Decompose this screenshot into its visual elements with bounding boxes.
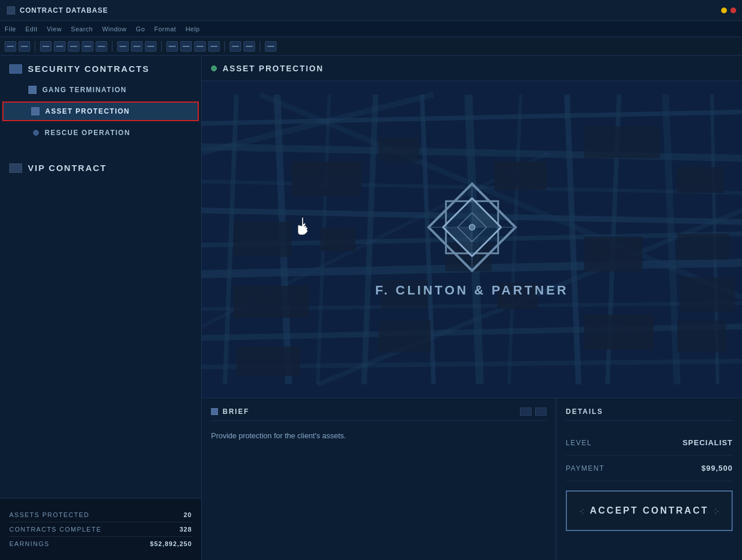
- detail-row-payment: PAYMENT $99,500: [566, 456, 733, 481]
- svg-rect-25: [292, 161, 361, 196]
- vip-contract-label: VIP CONTRACT: [28, 163, 107, 173]
- menu-bar: File Edit View Search Window Go Format H…: [0, 21, 742, 37]
- toolbar-divider-1: [35, 41, 35, 52]
- svg-rect-29: [677, 167, 723, 193]
- menu-view[interactable]: View: [47, 26, 62, 32]
- toolbar-btn-3[interactable]: [40, 41, 52, 52]
- menu-file[interactable]: File: [5, 26, 16, 32]
- accept-btn-deco-right: :·: [715, 506, 719, 515]
- brief-panel: BRIEF Provide protection for the client'…: [202, 398, 556, 560]
- svg-rect-39: [237, 347, 300, 376]
- vip-contract-header[interactable]: VIP CONTRACT: [0, 155, 201, 179]
- asset-protection-label: ASSET PROTECTION: [45, 107, 130, 115]
- stat-row-contracts: CONTRACTS COMPLETE 328: [9, 522, 192, 537]
- toolbar-btn-17[interactable]: [265, 41, 277, 52]
- status-dot: [211, 66, 217, 71]
- stat-value-earnings: $52,892,250: [150, 540, 192, 547]
- sidebar-items: GANG TERMINATION ASSET PROTECTION RESCUE…: [0, 79, 201, 498]
- toolbar-btn-16[interactable]: [243, 41, 255, 52]
- level-key: LEVEL: [566, 439, 592, 447]
- svg-rect-26: [379, 138, 419, 161]
- brief-panel-title: BRIEF: [211, 408, 547, 421]
- toolbar-btn-1[interactable]: [5, 41, 16, 52]
- toolbar-btn-6[interactable]: [82, 41, 93, 52]
- btn-corner-bl: [566, 526, 570, 531]
- btn-corner-tl: [566, 490, 570, 495]
- toolbar-btn-2[interactable]: [19, 41, 30, 52]
- svg-rect-31: [321, 228, 355, 251]
- stats-panel: ASSETS PROTECTED 20 CONTRACTS COMPLETE 3…: [0, 498, 201, 560]
- content-header: ASSET PROTECTION: [202, 56, 742, 81]
- svg-rect-30: [234, 222, 292, 257]
- sidebar-item-gang-termination[interactable]: GANG TERMINATION: [0, 79, 201, 100]
- toolbar-btn-12[interactable]: [180, 41, 192, 52]
- menu-window[interactable]: Window: [102, 26, 126, 32]
- brief-title: BRIEF: [223, 408, 249, 416]
- brief-controls: [520, 408, 547, 416]
- svg-rect-40: [379, 321, 431, 352]
- menu-help[interactable]: Help: [186, 26, 200, 32]
- svg-rect-35: [234, 286, 309, 318]
- rescue-operation-label: RESCUE OPERATION: [45, 129, 130, 137]
- shield-icon: [9, 64, 22, 74]
- toolbar-btn-4[interactable]: [54, 41, 66, 52]
- details-panel: DETAILS LEVEL SPECIALIST PAYMENT $99,500…: [556, 398, 742, 560]
- hero-area: F. CLINTON & PARTNER: [202, 81, 742, 398]
- toolbar-btn-10[interactable]: [145, 41, 157, 52]
- stat-value-contracts: 328: [180, 526, 192, 533]
- toolbar-btn-11[interactable]: [166, 41, 178, 52]
- payment-key: PAYMENT: [566, 464, 605, 472]
- security-contracts-header: SECURITY CONTRACTS: [0, 56, 201, 79]
- btn-corner-tr: [728, 490, 733, 495]
- main-layout: SECURITY CONTRACTS GANG TERMINATION ASSE…: [0, 56, 742, 560]
- accept-contract-button[interactable]: ·: ACCEPT CONTRACT :·: [566, 490, 733, 531]
- document-icon-active: [31, 107, 39, 115]
- brief-description: Provide protection for the client's asse…: [211, 430, 547, 442]
- content-area: ASSET PROTECTION: [202, 56, 742, 560]
- sidebar-item-rescue-operation[interactable]: RESCUE OPERATION: [0, 122, 201, 143]
- brief-ctrl-2[interactable]: [535, 408, 547, 416]
- toolbar-divider-4: [224, 41, 225, 52]
- svg-point-60: [469, 224, 475, 230]
- stat-row-assets: ASSETS PROTECTED 20: [9, 508, 192, 522]
- menu-format[interactable]: Format: [154, 26, 176, 32]
- toolbar-divider-3: [161, 41, 162, 52]
- svg-rect-33: [584, 237, 642, 271]
- toolbar: [0, 37, 742, 56]
- toolbar-btn-8[interactable]: [117, 41, 129, 52]
- vip-icon: [9, 163, 22, 173]
- accept-btn-deco-left: ·:: [580, 506, 584, 515]
- menu-go[interactable]: Go: [136, 26, 145, 32]
- toolbar-btn-13[interactable]: [194, 41, 206, 52]
- stat-label-contracts: CONTRACTS COMPLETE: [9, 526, 101, 533]
- app-icon: [7, 6, 15, 14]
- toolbar-btn-9[interactable]: [131, 41, 143, 52]
- menu-search[interactable]: Search: [71, 26, 93, 32]
- document-icon: [28, 86, 37, 94]
- title-bar: CONTRACT DATABASE: [0, 0, 742, 21]
- window-controls: [721, 8, 736, 13]
- toolbar-divider-5: [260, 41, 260, 52]
- details-title: DETAILS: [566, 408, 733, 421]
- bottom-panels: BRIEF Provide protection for the client'…: [202, 398, 742, 560]
- stat-label-earnings: EARNINGS: [9, 540, 49, 547]
- vip-section: VIP CONTRACT: [0, 155, 201, 179]
- brief-ctrl-1[interactable]: [520, 408, 532, 416]
- minimize-button[interactable]: [721, 8, 727, 13]
- svg-rect-41: [584, 315, 654, 350]
- toolbar-btn-5[interactable]: [68, 41, 79, 52]
- sidebar-item-asset-protection[interactable]: ASSET PROTECTION: [2, 101, 199, 121]
- company-logo: F. CLINTON & PARTNER: [375, 181, 568, 298]
- close-button[interactable]: [730, 8, 736, 13]
- toolbar-btn-14[interactable]: [208, 41, 220, 52]
- content-title: ASSET PROTECTION: [223, 64, 323, 73]
- menu-edit[interactable]: Edit: [26, 26, 38, 32]
- security-contracts-label: SECURITY CONTRACTS: [28, 64, 150, 74]
- toolbar-divider-2: [112, 41, 112, 52]
- toolbar-btn-7[interactable]: [96, 41, 107, 52]
- stat-label-assets: ASSETS PROTECTED: [9, 511, 89, 518]
- brief-icon: [211, 408, 218, 415]
- toolbar-btn-15[interactable]: [230, 41, 241, 52]
- detail-row-level: LEVEL SPECIALIST: [566, 430, 733, 456]
- accept-btn-label: ACCEPT CONTRACT: [590, 506, 709, 516]
